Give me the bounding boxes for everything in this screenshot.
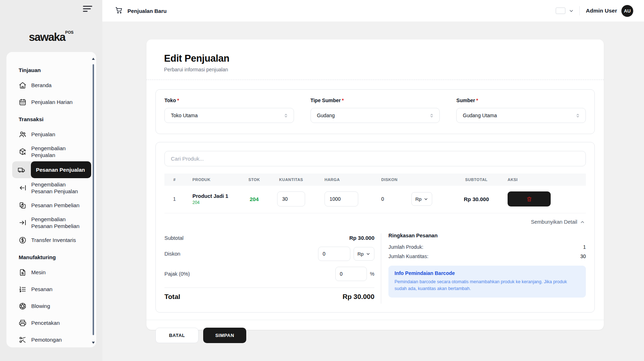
source-form: Toko* Toko Utama Tipe Sumber* Gudang [155, 89, 595, 134]
sidebar-scrollbar[interactable] [93, 64, 94, 335]
required-asterisk: * [177, 98, 179, 103]
calendar-icon [19, 98, 27, 106]
cards-icon [19, 201, 27, 209]
discount-currency-select[interactable]: Rp [411, 192, 432, 206]
card-footer: BATAL SIMPAN [146, 320, 604, 343]
sidebar: sawakaPOS Tinjauan Beranda Penjualan Har… [0, 0, 102, 361]
quantity-input[interactable] [277, 191, 305, 206]
search-input[interactable] [164, 151, 586, 166]
language-switcher[interactable] [556, 8, 574, 14]
indonesia-flag [556, 8, 565, 14]
col-header-stok: STOK [241, 177, 268, 182]
nav-section-manufakturing: Manufakturing [19, 254, 96, 260]
discount-input[interactable] [318, 247, 350, 261]
page-title-topbar: Penjualan Baru [127, 8, 167, 14]
chevron-down-icon [366, 252, 370, 256]
hamburger-menu-icon[interactable] [83, 6, 94, 14]
sidebar-item-penjualan[interactable]: Penjualan [6, 126, 96, 143]
chevron-down-icon [424, 197, 428, 201]
topbar-breadcrumb: Penjualan Baru [115, 6, 167, 15]
save-button[interactable]: SIMPAN [203, 328, 246, 343]
toko-select[interactable]: Toko Utama [164, 108, 294, 123]
select-stepper-icon [575, 113, 580, 118]
sidebar-item-pencetakan[interactable]: Pencetakan [6, 314, 96, 331]
product-code: 204 [192, 200, 241, 205]
page-title: Edit Penjualan [164, 53, 586, 64]
jumlah-kuantitas-value: 30 [580, 253, 586, 259]
sidebar-item-transfer-inventaris[interactable]: Transfer Inventaris [6, 232, 96, 248]
sumber-select[interactable]: Gudang Utama [456, 108, 586, 123]
details-section: Subtotal Rp 30.000 Diskon Rp [164, 232, 586, 304]
sidebar-item-pesanan-pembelian[interactable]: Pesanan Pembelian [6, 197, 96, 214]
jumlah-produk-label: Jumlah Produk: [388, 244, 423, 250]
arrow-right-to-line-icon [19, 219, 27, 227]
sidebar-item-penjualan-harian[interactable]: Penjualan Harian [6, 94, 96, 110]
sidebar-item-pesanan-penjualan[interactable]: Pesanan Penjualan [12, 161, 91, 178]
sidebar-item-blowing[interactable]: Blowing [6, 298, 96, 314]
brand-superscript: POS [65, 30, 74, 34]
totals-panel: Subtotal Rp 30.000 Diskon Rp [164, 232, 374, 304]
users-icon [19, 130, 27, 138]
barcode-info-box: Info Pemindaian Barcode Pemindaian barco… [388, 266, 586, 298]
arrow-left-to-line-icon [19, 184, 27, 192]
table-row: 1 Product Jadi 1 204 204 [164, 186, 586, 213]
discount-unit-select[interactable]: Rp [354, 247, 374, 261]
brand-name: sawaka [29, 31, 65, 43]
discount-cell: 0 Rp [371, 192, 451, 206]
aperture-icon [19, 302, 27, 310]
row-subtotal: Rp 30.000 [451, 196, 502, 202]
sidebar-item-pengembalian-penjualan[interactable]: Pengembalian Penjualan [6, 143, 96, 161]
subtotal-value: Rp 30.000 [349, 235, 374, 241]
app-root: sawakaPOS Tinjauan Beranda Penjualan Har… [0, 0, 644, 361]
jumlah-produk-value: 1 [583, 244, 586, 250]
main-area: Edit Penjualan Perbarui informasi penjua… [102, 22, 644, 361]
stock-value: 204 [241, 196, 268, 202]
sidebar-item-mesin[interactable]: Mesin [6, 264, 96, 281]
topbar-divider [579, 6, 580, 15]
quantity-cell [268, 191, 314, 206]
sidebar-item-pesanan-mfg[interactable]: Pesanan [6, 281, 96, 298]
trash-icon [526, 196, 532, 202]
order-summary-panel: Ringkasan Pesanan Jumlah Produk: 1 Jumla… [388, 232, 586, 304]
topbar: Penjualan Baru Admin User AU [102, 0, 644, 22]
col-header-diskon: DISKON [371, 177, 451, 182]
product-cell: Product Jadi 1 204 [185, 193, 241, 205]
sidebar-item-beranda[interactable]: Beranda [6, 77, 96, 94]
price-input[interactable] [325, 191, 358, 206]
sidebar-item-pengembalian-pesanan-penjualan[interactable]: Pengembalian Pesanan Penjualan [6, 179, 96, 197]
hide-detail-toggle[interactable]: Sembunyikan Detail [164, 213, 586, 228]
scroll-down-arrow[interactable] [92, 342, 95, 344]
col-header-harga: HARGA [314, 177, 371, 182]
vertical-divider [381, 233, 381, 304]
table-header: # PRODUK STOK KUANTITAS HARGA DISKON SUB… [164, 174, 586, 186]
tax-input[interactable] [335, 267, 367, 281]
product-section: # PRODUK STOK KUANTITAS HARGA DISKON SUB… [155, 142, 595, 313]
cart-icon [115, 6, 123, 15]
cancel-button[interactable]: BATAL [155, 328, 199, 343]
select-stepper-icon [283, 113, 289, 118]
barcode-info-body: Pemindaian barcode secara otomatis menam… [395, 279, 580, 293]
barcode-info-title: Info Pemindaian Barcode [395, 270, 580, 276]
home-icon [19, 81, 27, 89]
card-header: Edit Penjualan Perbarui informasi penjua… [146, 39, 604, 80]
avatar[interactable]: AU [621, 5, 633, 17]
select-stepper-icon [429, 113, 434, 118]
nav-section-transaksi: Transaksi [19, 116, 96, 122]
jumlah-kuantitas-label: Jumlah Kuantitas: [388, 253, 428, 259]
total-label: Total [164, 293, 180, 301]
sidebar-item-pengembalian-pesanan-pembelian[interactable]: Pengembalian Pesanan Pembelian [6, 214, 96, 232]
product-name: Product Jadi 1 [192, 193, 241, 199]
row-index: 1 [164, 196, 185, 202]
scroll-up-arrow[interactable] [92, 58, 95, 60]
nav-section-tinjauan: Tinjauan [19, 67, 96, 73]
col-header-kuantitas: KUANTITAS [268, 177, 314, 182]
total-value: Rp 30.000 [342, 293, 374, 301]
tipe-sumber-select[interactable]: Gudang [311, 108, 440, 123]
content-column: Penjualan Baru Admin User AU Edit Penjua… [102, 0, 644, 361]
sidebar-item-pemotongan-clipped[interactable]: Pemotongan [6, 331, 96, 347]
scissors-icon [19, 336, 27, 344]
page-subtitle: Perbarui informasi penjualan [164, 67, 586, 72]
delete-row-button[interactable] [508, 191, 551, 206]
brand-logo: sawakaPOS [0, 31, 102, 44]
circle-dollar-icon [19, 236, 27, 244]
